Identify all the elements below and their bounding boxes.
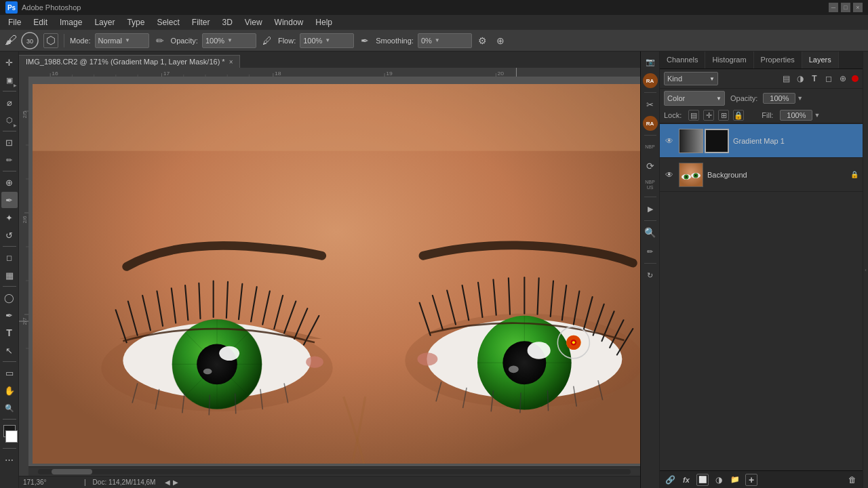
tool-lasso[interactable]: ⌀ (1, 94, 18, 110)
adjustment-filter-icon[interactable]: ◑ (795, 73, 806, 84)
ra-avatar-2[interactable]: RA (643, 116, 658, 131)
pressure-flow-icon[interactable]: ✒ (358, 34, 372, 47)
search-panel-icon[interactable]: 🔍 (643, 225, 658, 240)
edit-panel-icon[interactable]: ✏ (643, 244, 658, 259)
tool-hand[interactable]: ✋ (1, 382, 18, 399)
tool-more[interactable]: ⋯ (1, 451, 18, 468)
smart-filter-icon[interactable]: ⊕ (837, 73, 848, 84)
minimize-button[interactable]: ─ (829, 3, 838, 12)
ra-avatar-display-1: RA (643, 73, 658, 88)
layer-color-dropdown[interactable]: Color ▼ (664, 91, 725, 106)
fill-value-panel[interactable]: 100% (780, 110, 812, 121)
layer-kind-dropdown[interactable]: Kind ▼ (664, 72, 718, 85)
pressure-opacity-icon[interactable]: 🖊 (260, 34, 274, 47)
link-layers-button[interactable]: 🔗 (664, 474, 676, 486)
menu-edit[interactable]: Edit (28, 16, 53, 28)
type-filter-icon[interactable]: T (809, 73, 820, 84)
tool-quick-select[interactable]: ⬡ ▶ (1, 112, 18, 128)
layer-visibility-1[interactable]: 👁 (664, 136, 675, 146)
tab-channels[interactable]: Channels (660, 52, 705, 68)
scrollbar-thumb[interactable] (52, 469, 92, 474)
lock-position-icon[interactable]: ✛ (703, 110, 714, 121)
tool-brush[interactable]: ✒ (1, 192, 18, 208)
layer-visibility-2[interactable]: 👁 (664, 169, 675, 180)
document-tab[interactable]: IMG_1988.CR2 @ 171% (Gradient Map 1, Lay… (19, 55, 240, 68)
close-button[interactable]: × (853, 3, 863, 12)
brush-settings-icon[interactable]: ⬡ (43, 33, 58, 48)
tool-path-select[interactable]: ↖ (1, 342, 18, 359)
shape-filter-icon[interactable]: ◻ (823, 73, 834, 84)
menu-3d[interactable]: 3D (216, 16, 237, 28)
tool-gradient[interactable]: ▦ (1, 267, 18, 283)
title-bar-controls[interactable]: ─ □ × (829, 3, 863, 12)
tool-pen[interactable]: ✒ (1, 307, 18, 323)
opacity-control[interactable]: 100% ▼ (763, 93, 803, 104)
menu-file[interactable]: File (3, 16, 26, 28)
scroll-right-icon[interactable]: ▶ (173, 479, 178, 486)
opacity-dropdown[interactable]: 100% ▼ (202, 33, 256, 48)
fill-control[interactable]: 100% ▼ (780, 110, 820, 121)
nbp-us-icon[interactable]: NBPUS (643, 178, 658, 192)
horizontal-scrollbar[interactable] (28, 466, 640, 476)
settings-gear-icon[interactable]: ⚙ (476, 34, 490, 47)
add-layer-style-button[interactable]: fx (680, 474, 692, 486)
delete-layer-button[interactable]: 🗑 (846, 474, 859, 486)
tool-move[interactable]: ✛ (1, 54, 18, 70)
tool-history-brush[interactable]: ↺ (1, 227, 18, 243)
new-group-button[interactable]: 📁 (729, 474, 741, 486)
lock-pixels-icon[interactable]: ▤ (688, 110, 699, 121)
tool-clone[interactable]: ✦ (1, 209, 18, 226)
tool-eraser[interactable]: ◻ (1, 249, 18, 266)
nbp-icon[interactable]: NBP (643, 140, 658, 155)
lock-artboards-icon[interactable]: ⊞ (718, 110, 729, 121)
ra-avatar-1[interactable]: RA (643, 73, 658, 88)
zigzag-icon[interactable]: ⟳ (643, 159, 658, 174)
pixel-filter-icon[interactable]: ▤ (781, 73, 791, 84)
tab-properties[interactable]: Properties (754, 52, 802, 68)
menu-filter[interactable]: Filter (186, 16, 216, 28)
scroll-arrows[interactable]: ◀ ▶ (165, 479, 178, 486)
mode-dropdown[interactable]: Normal ▼ (95, 33, 149, 48)
tool-artboard[interactable]: ▣ ▶ (1, 72, 18, 88)
new-layer-button[interactable]: + (745, 474, 757, 486)
background-color[interactable] (5, 430, 18, 443)
scissors-icon[interactable]: ✂ (643, 97, 658, 112)
opacity-value-panel[interactable]: 100% (763, 93, 795, 104)
maximize-button[interactable]: □ (841, 3, 850, 12)
add-mask-button[interactable]: ⬜ (696, 474, 709, 486)
filter-active-icon[interactable] (852, 75, 859, 82)
smoothing-dropdown[interactable]: 0% ▼ (418, 33, 472, 48)
flow-dropdown[interactable]: 100% ▼ (300, 33, 354, 48)
tab-histogram[interactable]: Histogram (705, 52, 753, 68)
layer-gradient-map[interactable]: 👁 (660, 124, 863, 158)
panel-collapse-handle[interactable]: ‹ (863, 52, 868, 488)
tab-layers[interactable]: Layers (802, 52, 839, 68)
document-close-button[interactable]: × (229, 58, 233, 66)
menu-view[interactable]: View (239, 16, 268, 28)
play-icon[interactable]: ▶ (643, 201, 658, 216)
lock-all-icon[interactable]: 🔒 (733, 110, 744, 121)
symmetry-icon[interactable]: ⊕ (494, 34, 507, 47)
new-fill-layer-button[interactable]: ◑ (713, 474, 725, 486)
menu-layer[interactable]: Layer (89, 16, 120, 28)
tool-healing[interactable]: ⊕ (1, 174, 18, 190)
tool-zoom[interactable]: 🔍 (1, 400, 18, 416)
layer-background[interactable]: 👁 (660, 158, 863, 192)
tool-crop[interactable]: ⊡ (1, 134, 18, 150)
menu-select[interactable]: Select (151, 16, 184, 28)
tool-eyedropper[interactable]: ✏ (1, 152, 18, 168)
tool-type[interactable]: T (1, 325, 18, 341)
svg-rect-2 (28, 68, 640, 77)
menu-image[interactable]: Image (54, 16, 87, 28)
loop-icon[interactable]: ↻ (643, 268, 658, 283)
menu-window[interactable]: Window (269, 16, 309, 28)
menu-help[interactable]: Help (310, 16, 338, 28)
menu-type[interactable]: Type (121, 16, 150, 28)
scroll-left-icon[interactable]: ◀ (165, 479, 170, 486)
right-panels: Channels Histogram Properties Layers Kin… (659, 52, 863, 488)
camera-icon[interactable]: 📷 (643, 54, 658, 69)
opacity-arrow: ▼ (227, 37, 233, 43)
tool-dodge[interactable]: ◯ (1, 289, 18, 306)
tool-rectangle[interactable]: ▭ (1, 365, 18, 381)
canvas-image[interactable] (28, 77, 640, 476)
